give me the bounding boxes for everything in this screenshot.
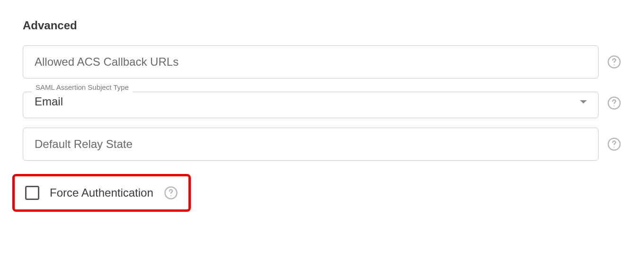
assertion-type-label: SAML Assertion Subject Type — [32, 83, 133, 91]
svg-point-3 — [614, 105, 615, 106]
force-auth-row: Force Authentication — [12, 174, 191, 212]
force-auth-checkbox[interactable] — [25, 186, 39, 200]
acs-callback-input[interactable]: Allowed ACS Callback URLs — [23, 45, 599, 78]
svg-point-5 — [614, 147, 615, 147]
assertion-type-row: SAML Assertion Subject Type Email — [23, 88, 621, 118]
force-auth-label: Force Authentication — [50, 186, 153, 199]
relay-state-input[interactable]: Default Relay State — [23, 128, 599, 161]
help-icon[interactable] — [607, 137, 621, 151]
assertion-type-value: Email — [35, 95, 63, 108]
help-icon[interactable] — [607, 96, 621, 110]
assertion-type-select[interactable]: SAML Assertion Subject Type Email — [23, 88, 599, 118]
svg-point-1 — [614, 64, 615, 65]
svg-point-7 — [170, 195, 171, 196]
help-icon[interactable] — [607, 55, 621, 69]
relay-state-row: Default Relay State — [23, 128, 621, 161]
relay-state-placeholder: Default Relay State — [35, 138, 133, 150]
section-title: Advanced — [23, 19, 621, 32]
acs-callback-placeholder: Allowed ACS Callback URLs — [35, 55, 179, 68]
acs-callback-row: Allowed ACS Callback URLs — [23, 45, 621, 78]
help-icon[interactable] — [164, 186, 178, 200]
chevron-down-icon — [580, 100, 587, 104]
